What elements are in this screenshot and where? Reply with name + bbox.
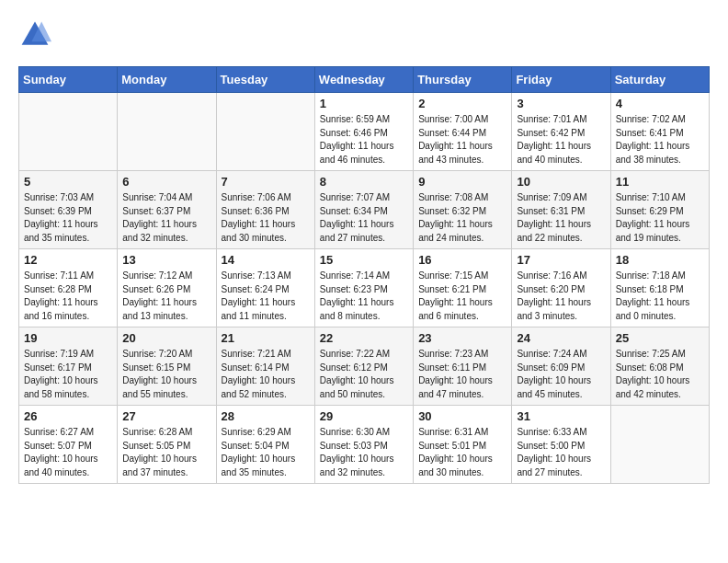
day-info: Sunrise: 7:02 AM Sunset: 6:41 PM Dayligh… (616, 113, 704, 167)
day-number: 19 (24, 331, 112, 345)
day-info: Sunrise: 6:29 AM Sunset: 5:04 PM Dayligh… (222, 426, 310, 479)
calendar-cell: 30Sunrise: 6:31 AM Sunset: 5:01 PM Dayli… (414, 406, 512, 484)
calendar-cell: 13Sunrise: 7:12 AM Sunset: 6:26 PM Dayli… (118, 249, 216, 327)
day-number: 16 (418, 253, 506, 267)
calendar-cell: 26Sunrise: 6:27 AM Sunset: 5:07 PM Dayli… (19, 406, 118, 484)
day-number: 1 (320, 97, 408, 110)
day-info: Sunrise: 7:23 AM Sunset: 6:11 PM Dayligh… (418, 348, 506, 401)
day-info: Sunrise: 7:03 AM Sunset: 6:39 PM Dayligh… (24, 191, 112, 245)
day-number: 26 (24, 409, 112, 423)
day-number: 17 (517, 253, 605, 267)
day-info: Sunrise: 7:01 AM Sunset: 6:42 PM Dayligh… (517, 113, 605, 167)
calendar-cell: 23Sunrise: 7:23 AM Sunset: 6:11 PM Dayli… (414, 327, 512, 406)
day-info: Sunrise: 7:21 AM Sunset: 6:14 PM Dayligh… (222, 348, 310, 401)
calendar-cell: 4Sunrise: 7:02 AM Sunset: 6:41 PM Daylig… (610, 93, 709, 171)
calendar-table: SundayMondayTuesdayWednesdayThursdayFrid… (18, 66, 710, 484)
day-number: 31 (517, 409, 605, 423)
calendar-cell: 11Sunrise: 7:10 AM Sunset: 6:29 PM Dayli… (610, 171, 709, 249)
day-info: Sunrise: 6:28 AM Sunset: 5:05 PM Dayligh… (122, 426, 210, 479)
day-number: 2 (418, 97, 506, 110)
day-number: 24 (517, 331, 605, 345)
day-info: Sunrise: 7:04 AM Sunset: 6:37 PM Dayligh… (122, 191, 210, 245)
day-info: Sunrise: 7:06 AM Sunset: 6:36 PM Dayligh… (222, 191, 310, 245)
day-number: 14 (222, 253, 310, 267)
day-number: 6 (122, 175, 210, 189)
weekday-header-saturday: Saturday (610, 67, 709, 93)
calendar-cell: 19Sunrise: 7:19 AM Sunset: 6:17 PM Dayli… (19, 327, 118, 406)
day-number: 10 (517, 175, 605, 189)
calendar-cell: 14Sunrise: 7:13 AM Sunset: 6:24 PM Dayli… (216, 249, 314, 327)
day-number: 23 (418, 331, 506, 345)
day-info: Sunrise: 7:07 AM Sunset: 6:34 PM Dayligh… (320, 191, 408, 245)
day-number: 20 (122, 331, 210, 345)
day-number: 5 (24, 175, 112, 189)
day-info: Sunrise: 7:25 AM Sunset: 6:08 PM Dayligh… (616, 348, 704, 401)
calendar-cell: 28Sunrise: 6:29 AM Sunset: 5:04 PM Dayli… (216, 406, 314, 484)
day-info: Sunrise: 7:14 AM Sunset: 6:23 PM Dayligh… (320, 270, 408, 323)
calendar-week-row: 12Sunrise: 7:11 AM Sunset: 6:28 PM Dayli… (19, 249, 710, 327)
day-info: Sunrise: 6:31 AM Sunset: 5:01 PM Dayligh… (418, 426, 506, 479)
day-info: Sunrise: 6:33 AM Sunset: 5:00 PM Dayligh… (517, 426, 605, 479)
day-number: 13 (122, 253, 210, 267)
day-info: Sunrise: 7:13 AM Sunset: 6:24 PM Dayligh… (222, 270, 310, 323)
day-number: 8 (320, 175, 408, 189)
calendar-cell: 8Sunrise: 7:07 AM Sunset: 6:34 PM Daylig… (314, 171, 413, 249)
day-number: 12 (24, 253, 112, 267)
calendar-cell: 7Sunrise: 7:06 AM Sunset: 6:36 PM Daylig… (216, 171, 314, 249)
day-info: Sunrise: 6:30 AM Sunset: 5:03 PM Dayligh… (320, 426, 408, 479)
day-number: 22 (320, 331, 408, 345)
calendar-cell (19, 93, 118, 171)
weekday-header-wednesday: Wednesday (314, 67, 413, 93)
calendar-cell: 3Sunrise: 7:01 AM Sunset: 6:42 PM Daylig… (512, 93, 610, 171)
day-number: 4 (616, 97, 704, 110)
day-info: Sunrise: 7:15 AM Sunset: 6:21 PM Dayligh… (418, 270, 506, 323)
calendar-cell: 1Sunrise: 6:59 AM Sunset: 6:46 PM Daylig… (314, 93, 413, 171)
calendar-cell: 6Sunrise: 7:04 AM Sunset: 6:37 PM Daylig… (118, 171, 216, 249)
day-number: 3 (517, 97, 605, 110)
weekday-header-row: SundayMondayTuesdayWednesdayThursdayFrid… (19, 67, 710, 93)
calendar-cell: 29Sunrise: 6:30 AM Sunset: 5:03 PM Dayli… (314, 406, 413, 484)
day-info: Sunrise: 7:16 AM Sunset: 6:20 PM Dayligh… (517, 270, 605, 323)
calendar-cell (216, 93, 314, 171)
day-info: Sunrise: 7:11 AM Sunset: 6:28 PM Dayligh… (24, 270, 112, 323)
calendar-cell: 16Sunrise: 7:15 AM Sunset: 6:21 PM Dayli… (414, 249, 512, 327)
day-number: 30 (418, 409, 506, 423)
day-info: Sunrise: 7:19 AM Sunset: 6:17 PM Dayligh… (24, 348, 112, 401)
calendar-week-row: 26Sunrise: 6:27 AM Sunset: 5:07 PM Dayli… (19, 406, 710, 484)
day-info: Sunrise: 7:12 AM Sunset: 6:26 PM Dayligh… (122, 270, 210, 323)
day-number: 21 (222, 331, 310, 345)
calendar-cell: 10Sunrise: 7:09 AM Sunset: 6:31 PM Dayli… (512, 171, 610, 249)
logo-icon (18, 18, 51, 52)
day-info: Sunrise: 7:24 AM Sunset: 6:09 PM Dayligh… (517, 348, 605, 401)
day-number: 28 (222, 409, 310, 423)
day-info: Sunrise: 7:20 AM Sunset: 6:15 PM Dayligh… (122, 348, 210, 401)
calendar-cell: 31Sunrise: 6:33 AM Sunset: 5:00 PM Dayli… (512, 406, 610, 484)
calendar-cell (610, 406, 709, 484)
day-number: 11 (616, 175, 704, 189)
weekday-header-sunday: Sunday (19, 67, 118, 93)
weekday-header-friday: Friday (512, 67, 610, 93)
calendar-week-row: 19Sunrise: 7:19 AM Sunset: 6:17 PM Dayli… (19, 327, 710, 406)
calendar-cell: 15Sunrise: 7:14 AM Sunset: 6:23 PM Dayli… (314, 249, 413, 327)
calendar-cell: 18Sunrise: 7:18 AM Sunset: 6:18 PM Dayli… (610, 249, 709, 327)
day-info: Sunrise: 6:27 AM Sunset: 5:07 PM Dayligh… (24, 426, 112, 479)
calendar-cell: 12Sunrise: 7:11 AM Sunset: 6:28 PM Dayli… (19, 249, 118, 327)
day-info: Sunrise: 7:00 AM Sunset: 6:44 PM Dayligh… (418, 113, 506, 167)
calendar-cell: 21Sunrise: 7:21 AM Sunset: 6:14 PM Dayli… (216, 327, 314, 406)
day-info: Sunrise: 7:18 AM Sunset: 6:18 PM Dayligh… (616, 270, 704, 323)
weekday-header-tuesday: Tuesday (216, 67, 314, 93)
day-number: 15 (320, 253, 408, 267)
calendar-week-row: 5Sunrise: 7:03 AM Sunset: 6:39 PM Daylig… (19, 171, 710, 249)
calendar-week-row: 1Sunrise: 6:59 AM Sunset: 6:46 PM Daylig… (19, 93, 710, 171)
logo (18, 18, 57, 52)
day-info: Sunrise: 7:09 AM Sunset: 6:31 PM Dayligh… (517, 191, 605, 245)
page-header (18, 18, 710, 52)
calendar-cell: 20Sunrise: 7:20 AM Sunset: 6:15 PM Dayli… (118, 327, 216, 406)
weekday-header-monday: Monday (118, 67, 216, 93)
weekday-header-thursday: Thursday (414, 67, 512, 93)
calendar-cell: 5Sunrise: 7:03 AM Sunset: 6:39 PM Daylig… (19, 171, 118, 249)
day-number: 25 (616, 331, 704, 345)
day-number: 29 (320, 409, 408, 423)
calendar-cell: 9Sunrise: 7:08 AM Sunset: 6:32 PM Daylig… (414, 171, 512, 249)
calendar-cell: 22Sunrise: 7:22 AM Sunset: 6:12 PM Dayli… (314, 327, 413, 406)
